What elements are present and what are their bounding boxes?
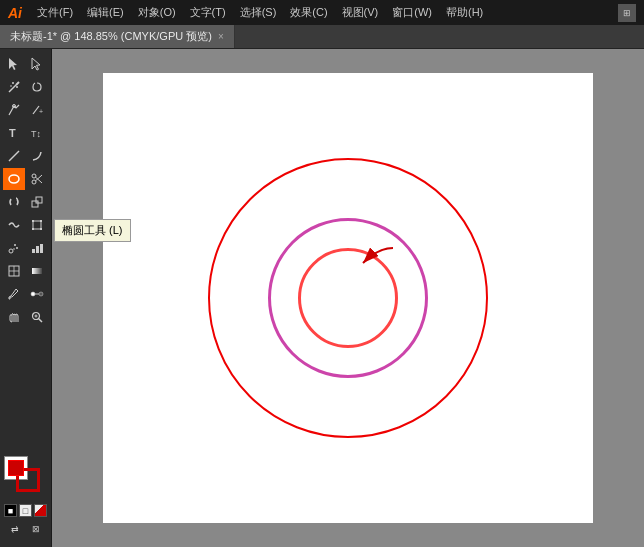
- tool-row-warp: [2, 214, 49, 236]
- touch-type-tool[interactable]: T↕: [26, 122, 48, 144]
- svg-point-22: [9, 249, 13, 253]
- extra-tools-row: ⇄ ⊠: [4, 519, 47, 539]
- svg-point-33: [31, 292, 35, 296]
- window-controls: ⊞: [618, 4, 636, 22]
- none-fill-button[interactable]: [34, 504, 47, 517]
- mesh-tool[interactable]: [3, 260, 25, 282]
- tool-row-pen: +: [2, 99, 49, 121]
- artboard-tool[interactable]: ⊠: [28, 521, 46, 537]
- tool-row-line: [2, 145, 49, 167]
- app-logo: Ai: [8, 5, 22, 21]
- menu-effect[interactable]: 效果(C): [283, 0, 334, 25]
- svg-point-34: [39, 292, 43, 296]
- menu-window[interactable]: 窗口(W): [385, 0, 439, 25]
- blend-tool[interactable]: [26, 283, 48, 305]
- svg-line-0: [9, 85, 16, 92]
- circles-container: [208, 158, 488, 438]
- svg-rect-17: [33, 221, 41, 229]
- menu-bar: 文件(F) 编辑(E) 对象(O) 文字(T) 选择(S) 效果(C) 视图(V…: [30, 0, 618, 25]
- rotate-tool[interactable]: [3, 191, 25, 213]
- zoom-tool[interactable]: [26, 306, 48, 328]
- canvas-document: [103, 73, 593, 523]
- scissors-tool[interactable]: [26, 168, 48, 190]
- line-tool[interactable]: [3, 145, 25, 167]
- svg-text:T: T: [9, 127, 16, 139]
- canvas-area: [52, 49, 644, 547]
- svg-rect-27: [36, 246, 39, 253]
- color-mode-row: ■ □: [4, 504, 47, 517]
- titlebar: Ai 文件(F) 编辑(E) 对象(O) 文字(T) 选择(S) 效果(C) 视…: [0, 0, 644, 25]
- stroke-fill-indicator[interactable]: [4, 456, 48, 500]
- pen-tool[interactable]: [3, 99, 25, 121]
- add-anchor-tool[interactable]: +: [26, 99, 48, 121]
- arc-tool[interactable]: [26, 145, 48, 167]
- white-fill-button[interactable]: □: [19, 504, 32, 517]
- column-graph-tool[interactable]: [26, 237, 48, 259]
- tool-row-hand: [2, 306, 49, 328]
- svg-rect-32: [32, 268, 42, 274]
- menu-edit[interactable]: 编辑(E): [80, 0, 131, 25]
- svg-point-4: [10, 85, 12, 87]
- svg-rect-26: [32, 249, 35, 253]
- hand-tool[interactable]: [3, 306, 25, 328]
- svg-rect-28: [40, 244, 43, 253]
- tab-title: 未标题-1* @ 148.85% (CMYK/GPU 预览): [10, 29, 212, 44]
- menu-select[interactable]: 选择(S): [233, 0, 284, 25]
- lasso-tool[interactable]: [26, 76, 48, 98]
- warp-tool[interactable]: [3, 214, 25, 236]
- svg-rect-16: [36, 197, 42, 203]
- document-tab[interactable]: 未标题-1* @ 148.85% (CMYK/GPU 预览) ×: [0, 25, 235, 48]
- svg-rect-20: [32, 228, 34, 230]
- arrange-icon[interactable]: ⊞: [618, 4, 636, 22]
- svg-point-23: [14, 244, 16, 246]
- gradient-tool[interactable]: [26, 260, 48, 282]
- magic-wand-tool[interactable]: [3, 76, 25, 98]
- tool-row-transform: [2, 191, 49, 213]
- symbol-spray-tool[interactable]: [3, 237, 25, 259]
- tool-row-symbol: [2, 237, 49, 259]
- tool-row-selection: [2, 53, 49, 75]
- type-tool[interactable]: T: [3, 122, 25, 144]
- free-transform-tool[interactable]: [26, 214, 48, 236]
- swap-fill-stroke[interactable]: ⇄: [6, 521, 24, 537]
- svg-rect-21: [40, 228, 42, 230]
- svg-rect-15: [32, 201, 38, 207]
- tabbar: 未标题-1* @ 148.85% (CMYK/GPU 预览) ×: [0, 25, 644, 49]
- svg-rect-18: [32, 220, 34, 222]
- svg-point-24: [16, 247, 18, 249]
- svg-point-25: [13, 248, 15, 250]
- svg-line-37: [39, 319, 43, 323]
- scale-tool[interactable]: [26, 191, 48, 213]
- eyedropper-tool[interactable]: [3, 283, 25, 305]
- tool-row-eyedropper: [2, 283, 49, 305]
- color-area: ■ □ ⇄ ⊠: [2, 452, 49, 543]
- tool-row-shape: [2, 168, 49, 190]
- toolbar: + T T↕: [0, 49, 52, 547]
- menu-text[interactable]: 文字(T): [183, 0, 233, 25]
- svg-point-3: [16, 86, 18, 88]
- main-area: + T T↕: [0, 49, 644, 547]
- fill-color-red: [8, 460, 24, 476]
- tool-row-mesh: [2, 260, 49, 282]
- menu-view[interactable]: 视图(V): [335, 0, 386, 25]
- svg-point-10: [9, 175, 19, 183]
- svg-rect-19: [40, 220, 42, 222]
- tool-row-type: T T↕: [2, 122, 49, 144]
- tool-row-magic: [2, 76, 49, 98]
- menu-object[interactable]: 对象(O): [131, 0, 183, 25]
- svg-line-1: [16, 82, 19, 85]
- tab-close-button[interactable]: ×: [218, 31, 224, 42]
- menu-help[interactable]: 帮助(H): [439, 0, 490, 25]
- selection-tool[interactable]: [3, 53, 25, 75]
- menu-file[interactable]: 文件(F): [30, 0, 80, 25]
- black-fill-button[interactable]: ■: [4, 504, 17, 517]
- svg-text:+: +: [39, 108, 43, 115]
- ellipse-tool[interactable]: [3, 168, 25, 190]
- svg-point-2: [12, 82, 14, 84]
- direct-selection-tool[interactable]: [26, 53, 48, 75]
- svg-line-9: [9, 151, 19, 161]
- inner-circle: [298, 248, 398, 348]
- svg-text:T↕: T↕: [31, 129, 41, 139]
